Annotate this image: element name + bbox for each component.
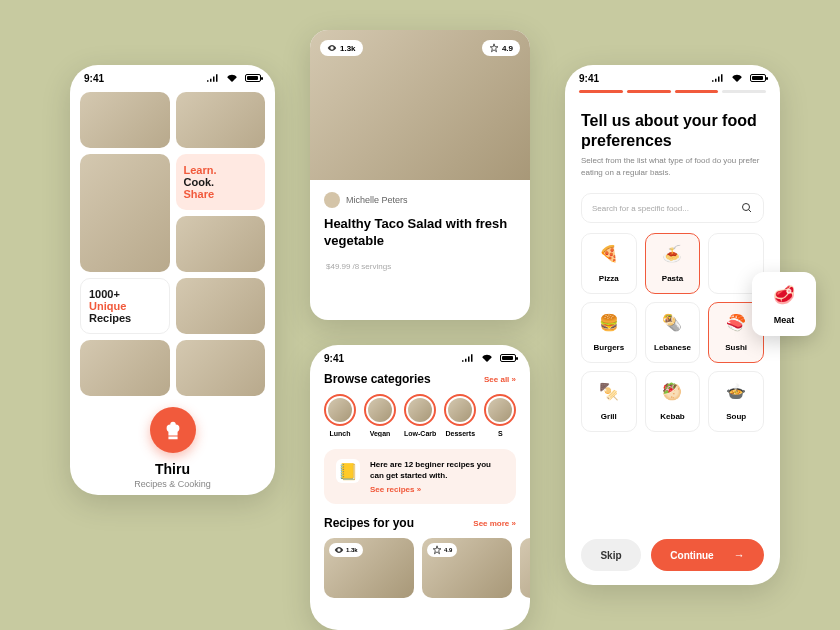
rating-badge: 4.9 (482, 40, 520, 56)
chef-hat-icon (162, 419, 184, 441)
preference-label: Lebanese (654, 343, 691, 352)
recipe-body: Michelle Peters Healthy Taco Salad with … (310, 180, 530, 284)
preference-item[interactable]: 🍢Grill (581, 371, 637, 432)
status-time: 9:41 (84, 73, 104, 84)
meat-icon: 🥩 (756, 284, 812, 306)
bento-image-meat[interactable] (176, 92, 266, 148)
category-item[interactable]: Desserts (444, 394, 476, 437)
star-icon (432, 545, 442, 555)
app-name: Thiru (70, 461, 275, 477)
preference-item[interactable]: 🌯Lebanese (645, 302, 701, 363)
preference-item[interactable]: 🍔Burgers (581, 302, 637, 363)
recipes-title: Recipes for you (324, 516, 414, 530)
preference-grid: 🍕Pizza🍝Pasta🍔Burgers🌯Lebanese🍣Sushi🍢Gril… (565, 233, 780, 432)
recipe-card[interactable]: 1.3k 4.9 Michelle Peters Healthy Taco Sa… (310, 30, 530, 320)
search-icon (741, 202, 753, 214)
section-header-browse: Browse categories See all » (310, 366, 530, 394)
promo-card[interactable]: 📒 Here are 12 beginer recipes you can ge… (324, 449, 516, 504)
category-row[interactable]: LunchVeganLow-CarbDessertsS (310, 394, 530, 437)
search-input[interactable]: Search for a specific food... (581, 193, 764, 223)
preference-label: Kebab (660, 412, 684, 421)
preference-item[interactable]: 🍝Pasta (645, 233, 701, 294)
bento-image-salad[interactable] (80, 154, 170, 272)
bento-stats: 1000+ Unique Recipes (80, 278, 170, 334)
onboarding-progress (565, 86, 780, 103)
status-bar: 9:41 (565, 65, 780, 86)
food-icon: 🥙 (650, 382, 696, 401)
recipe-mini[interactable]: 1.3k (324, 538, 414, 598)
category-label: S (484, 430, 516, 437)
recipe-mini[interactable] (520, 538, 530, 598)
food-icon: 🍔 (586, 313, 632, 332)
recipe-title: Healthy Taco Salad with fresh vegetable (324, 216, 516, 250)
views-badge: 1.3k (329, 543, 363, 557)
preference-label: Meat (774, 315, 795, 325)
footer-buttons: Skip Continue → (581, 539, 764, 571)
svg-point-0 (743, 204, 750, 211)
status-bar: 9:41 (70, 65, 275, 86)
app-title-block: Thiru Recipes & Cooking (70, 461, 275, 489)
progress-segment (579, 90, 623, 93)
preferences-subtitle: Select from the list what type of food d… (565, 155, 780, 179)
section-header-recipes: Recipes for you See more » (310, 510, 530, 538)
food-icon: 🍕 (586, 244, 632, 263)
bento-image-cutting[interactable] (176, 278, 266, 334)
arrow-right-icon: → (734, 549, 745, 561)
category-ring (484, 394, 516, 426)
preference-label: Soup (726, 412, 746, 421)
preference-label: Pasta (662, 274, 683, 283)
category-item[interactable]: S (484, 394, 516, 437)
food-icon: 🍝 (650, 244, 696, 263)
preference-label: Pizza (599, 274, 619, 283)
progress-segment (627, 90, 671, 93)
phone-splash: 9:41 Learn. Cook. Share 1000+ Unique Rec… (70, 65, 275, 495)
category-ring (444, 394, 476, 426)
phone-preferences: 9:41 Tell us about your food preferences… (565, 65, 780, 585)
category-label: Low-Carb (404, 430, 436, 437)
preference-card-meat[interactable]: 🥩 Meat (752, 272, 816, 336)
category-ring (364, 394, 396, 426)
see-all-link[interactable]: See all » (484, 375, 516, 384)
progress-segment (675, 90, 719, 93)
category-label: Lunch (324, 430, 356, 437)
preference-item[interactable]: 🍲Soup (708, 371, 764, 432)
preference-label: Sushi (725, 343, 747, 352)
rating-badge: 4.9 (427, 543, 457, 557)
promo-text: Here are 12 beginer recipes you can get … (370, 459, 504, 481)
preference-label: Grill (601, 412, 617, 421)
food-icon: 🌯 (650, 313, 696, 332)
promo-link[interactable]: See recipes » (370, 485, 504, 494)
category-item[interactable]: Low-Carb (404, 394, 436, 437)
food-icon: 🍲 (713, 382, 759, 401)
food-icon: 🍢 (586, 382, 632, 401)
views-badge: 1.3k (320, 40, 363, 56)
category-item[interactable]: Vegan (364, 394, 396, 437)
preferences-title: Tell us about your food preferences (565, 103, 780, 155)
skip-button[interactable]: Skip (581, 539, 641, 571)
recipe-mini[interactable]: 4.9 (422, 538, 512, 598)
logo-button[interactable] (150, 407, 196, 453)
status-time: 9:41 (579, 73, 599, 84)
status-indicators (712, 73, 766, 84)
bento-image-eggs[interactable] (80, 92, 170, 148)
browse-title: Browse categories (324, 372, 431, 386)
recipe-author[interactable]: Michelle Peters (324, 192, 516, 208)
bento-image-avocado[interactable] (80, 340, 170, 396)
bento-image-bowl[interactable] (176, 340, 266, 396)
preference-item[interactable]: 🍕Pizza (581, 233, 637, 294)
category-item[interactable]: Lunch (324, 394, 356, 437)
bento-grid: Learn. Cook. Share 1000+ Unique Recipes (70, 86, 275, 402)
bento-image-veg[interactable] (176, 216, 266, 272)
category-ring (404, 394, 436, 426)
status-indicators (462, 353, 516, 364)
category-label: Vegan (364, 430, 396, 437)
bento-tagline: Learn. Cook. Share (176, 154, 266, 210)
avatar (324, 192, 340, 208)
phone-browse: 9:41 Browse categories See all » LunchVe… (310, 345, 530, 630)
see-more-link[interactable]: See more » (473, 519, 516, 528)
eye-icon (334, 545, 344, 555)
category-label: Desserts (444, 430, 476, 437)
preference-item[interactable]: 🥙Kebab (645, 371, 701, 432)
continue-button[interactable]: Continue → (651, 539, 764, 571)
recipe-row[interactable]: 1.3k 4.9 (310, 538, 530, 598)
